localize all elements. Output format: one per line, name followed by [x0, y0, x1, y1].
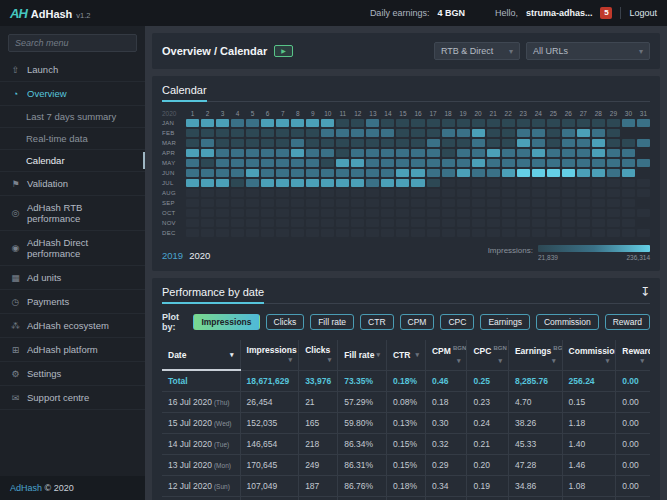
calendar-cell[interactable] — [427, 219, 440, 227]
calendar-cell[interactable] — [201, 139, 214, 147]
calendar-cell[interactable] — [351, 179, 364, 187]
calendar-cell[interactable] — [427, 179, 440, 187]
sidebar-item-adhash-ecosystem[interactable]: ⁂AdHash ecosystem — [0, 314, 145, 338]
calendar-cell[interactable] — [547, 159, 560, 167]
calendar-cell[interactable] — [381, 139, 394, 147]
search-input[interactable] — [8, 34, 137, 52]
calendar-cell[interactable] — [577, 129, 590, 137]
calendar-cell[interactable] — [562, 139, 575, 147]
calendar-cell[interactable] — [411, 139, 424, 147]
calendar-cell[interactable] — [381, 229, 394, 237]
calendar-cell[interactable] — [276, 209, 289, 217]
calendar-cell[interactable] — [216, 139, 229, 147]
calendar-cell[interactable] — [487, 139, 500, 147]
calendar-cell[interactable] — [261, 199, 274, 207]
sidebar-item-adhash-rtb-performance[interactable]: ◎AdHash RTB performance — [0, 196, 145, 231]
calendar-cell[interactable] — [532, 229, 545, 237]
calendar-cell[interactable] — [442, 149, 455, 157]
year-link-2020[interactable]: 2020 — [189, 250, 210, 261]
footer-brand-link[interactable]: AdHash — [10, 483, 42, 493]
column-header-earnings[interactable]: EarningsBGN▾ — [508, 340, 562, 370]
calendar-cell[interactable] — [592, 199, 605, 207]
calendar-cell[interactable] — [547, 209, 560, 217]
calendar-cell[interactable] — [216, 129, 229, 137]
calendar-cell[interactable] — [411, 189, 424, 197]
calendar-cell[interactable] — [592, 139, 605, 147]
calendar-cell[interactable] — [487, 179, 500, 187]
sidebar-item-adhash-platform[interactable]: ⊞AdHash platform — [0, 338, 145, 362]
calendar-cell[interactable] — [351, 189, 364, 197]
calendar-cell[interactable] — [637, 119, 650, 127]
calendar-cell[interactable] — [547, 199, 560, 207]
calendar-cell[interactable] — [472, 189, 485, 197]
calendar-cell[interactable] — [351, 209, 364, 217]
calendar-cell[interactable] — [336, 179, 349, 187]
calendar-cell[interactable] — [472, 149, 485, 157]
calendar-cell[interactable] — [517, 189, 530, 197]
calendar-cell[interactable] — [336, 169, 349, 177]
sidebar-item-real-time-data[interactable]: Real-time data — [0, 128, 145, 150]
calendar-cell[interactable] — [396, 229, 409, 237]
sidebar-item-overview[interactable]: ◔Overview — [0, 82, 145, 106]
calendar-cell[interactable] — [201, 119, 214, 127]
calendar-cell[interactable] — [547, 229, 560, 237]
calendar-cell[interactable] — [502, 159, 515, 167]
calendar-cell[interactable] — [607, 139, 620, 147]
calendar-cell[interactable] — [246, 199, 259, 207]
calendar-cell[interactable] — [517, 229, 530, 237]
calendar-cell[interactable] — [472, 199, 485, 207]
sidebar-item-payments[interactable]: ◷Payments — [0, 290, 145, 314]
calendar-cell[interactable] — [216, 179, 229, 187]
plot-button-ctr[interactable]: CTR — [360, 314, 393, 330]
calendar-cell[interactable] — [592, 189, 605, 197]
calendar-cell[interactable] — [502, 179, 515, 187]
calendar-cell[interactable] — [306, 159, 319, 167]
calendar-cell[interactable] — [517, 179, 530, 187]
calendar-cell[interactable] — [547, 169, 560, 177]
calendar-cell[interactable] — [261, 119, 274, 127]
calendar-cell[interactable] — [577, 119, 590, 127]
calendar-cell[interactable] — [622, 139, 635, 147]
calendar-cell[interactable] — [442, 169, 455, 177]
calendar-cell[interactable] — [622, 159, 635, 167]
notification-badge[interactable]: 5 — [600, 7, 612, 19]
calendar-cell[interactable] — [336, 199, 349, 207]
calendar-cell[interactable] — [487, 129, 500, 137]
column-header-date[interactable]: Date▾ — [162, 340, 240, 370]
calendar-cell[interactable] — [427, 189, 440, 197]
calendar-cell[interactable] — [577, 209, 590, 217]
calendar-cell[interactable] — [306, 129, 319, 137]
calendar-cell[interactable] — [562, 169, 575, 177]
calendar-cell[interactable] — [381, 179, 394, 187]
calendar-cell[interactable] — [351, 219, 364, 227]
calendar-cell[interactable] — [577, 199, 590, 207]
calendar-cell[interactable] — [306, 199, 319, 207]
calendar-cell[interactable] — [276, 169, 289, 177]
plot-button-commission[interactable]: Commission — [536, 314, 599, 330]
calendar-cell[interactable] — [607, 129, 620, 137]
calendar-cell[interactable] — [231, 199, 244, 207]
calendar-cell[interactable] — [532, 219, 545, 227]
sidebar-item-settings[interactable]: ⚙Settings — [0, 362, 145, 386]
calendar-cell[interactable] — [637, 139, 650, 147]
calendar-cell[interactable] — [442, 119, 455, 127]
calendar-cell[interactable] — [216, 199, 229, 207]
play-icon[interactable]: ▶ — [274, 45, 293, 57]
calendar-cell[interactable] — [366, 189, 379, 197]
calendar-cell[interactable] — [261, 209, 274, 217]
calendar-cell[interactable] — [306, 209, 319, 217]
calendar-cell[interactable] — [562, 129, 575, 137]
calendar-cell[interactable] — [246, 129, 259, 137]
calendar-cell[interactable] — [547, 119, 560, 127]
calendar-cell[interactable] — [216, 229, 229, 237]
calendar-cell[interactable] — [532, 209, 545, 217]
calendar-cell[interactable] — [201, 169, 214, 177]
calendar-cell[interactable] — [427, 209, 440, 217]
calendar-cell[interactable] — [517, 149, 530, 157]
calendar-cell[interactable] — [366, 199, 379, 207]
calendar-cell[interactable] — [396, 199, 409, 207]
calendar-cell[interactable] — [502, 229, 515, 237]
calendar-cell[interactable] — [517, 209, 530, 217]
calendar-cell[interactable] — [502, 219, 515, 227]
calendar-cell[interactable] — [517, 139, 530, 147]
